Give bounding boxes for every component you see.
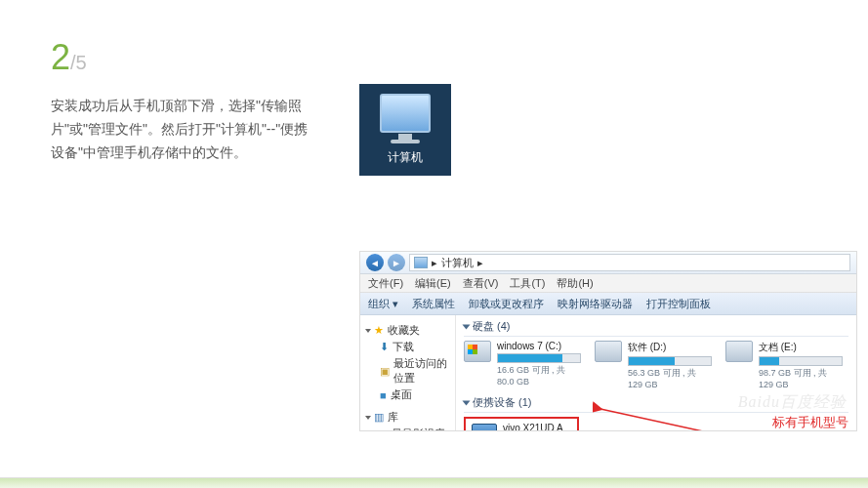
- explorer-window: ◄ ► ▸ 计算机 ▸ 文件(F) 编辑(E) 查看(V) 工具(T) 帮助(H…: [359, 251, 857, 431]
- sidebar-desktop[interactable]: ■ 桌面: [366, 387, 449, 402]
- address-path[interactable]: ▸ 计算机 ▸: [409, 254, 850, 271]
- phone-device-name: vivo X21UD A: [503, 423, 563, 431]
- explorer-content: 硬盘 (4) windows 7 (C:) 16.6 GB 可用 , 共 80.…: [456, 315, 856, 431]
- drive-d-stat: 56.3 GB 可用 , 共 129 GB: [628, 367, 712, 389]
- toolbar-map-drive[interactable]: 映射网络驱动器: [558, 297, 633, 311]
- toolbar-control-panel[interactable]: 打开控制面板: [646, 297, 711, 311]
- computer-mini-icon: [414, 257, 428, 268]
- sidebar-downloads-label: 下载: [393, 340, 414, 354]
- sidebar-libraries[interactable]: ▥ 库: [366, 410, 449, 425]
- breadcrumb-computer[interactable]: 计算机: [441, 256, 474, 270]
- sidebar-videos-ext[interactable]: ▶ 暴风影视库: [366, 427, 449, 431]
- step-current: 2: [51, 37, 70, 77]
- menu-tools[interactable]: 工具(T): [510, 276, 545, 291]
- monitor-base: [391, 140, 420, 143]
- nav-back-button[interactable]: ◄: [366, 254, 384, 271]
- sidebar-favorites[interactable]: ★ 收藏夹: [366, 323, 449, 338]
- toolbar-system-properties[interactable]: 系统属性: [412, 297, 455, 311]
- breadcrumb-arrow-2: ▸: [477, 257, 483, 269]
- step-total: /5: [70, 52, 87, 73]
- explorer-body: ★ 收藏夹 ⬇ 下载 ▣ 最近访问的位置 ■ 桌面 ▥: [360, 315, 856, 431]
- download-icon: ⬇: [380, 341, 389, 353]
- breadcrumb-arrow: ▸: [432, 257, 437, 269]
- drive-e-stat: 98.7 GB 可用 , 共 129 GB: [759, 367, 843, 389]
- video-ext-icon: ▶: [380, 427, 388, 431]
- annotation-text: 标有手机型号: [772, 414, 848, 431]
- drive-c[interactable]: windows 7 (C:) 16.6 GB 可用 , 共 80.0 GB: [464, 341, 581, 389]
- drive-c-stat: 16.6 GB 可用 , 共 80.0 GB: [497, 364, 581, 386]
- drive-e[interactable]: 文档 (E:) 98.7 GB 可用 , 共 129 GB: [725, 341, 843, 389]
- drive-d-icon: [595, 341, 622, 362]
- star-icon: ★: [374, 324, 384, 337]
- explorer-toolbar: 组织 ▾ 系统属性 卸载或更改程序 映射网络驱动器 打开控制面板: [360, 293, 856, 315]
- step-indicator: 2/5: [51, 37, 87, 78]
- explorer-address-bar: ◄ ► ▸ 计算机 ▸: [360, 252, 856, 274]
- phone-device-highlight[interactable]: vivo X21UD A 便携式设备: [464, 417, 579, 431]
- sidebar-videos-ext-label: 暴风影视库: [392, 427, 445, 431]
- explorer-sidebar: ★ 收藏夹 ⬇ 下载 ▣ 最近访问的位置 ■ 桌面 ▥: [360, 315, 456, 431]
- sidebar-recent-label: 最近访问的位置: [393, 356, 449, 386]
- drive-c-bar: [497, 353, 581, 363]
- section-hard-disk-header[interactable]: 硬盘 (4): [464, 319, 848, 337]
- chevron-down-icon: [365, 329, 371, 333]
- drives-row: windows 7 (C:) 16.6 GB 可用 , 共 80.0 GB 软件…: [464, 341, 848, 389]
- sidebar-libraries-label: 库: [388, 410, 398, 425]
- computer-desktop-icon: 计算机: [359, 84, 451, 176]
- chevron-down-icon: [365, 416, 371, 420]
- phone-icon: [472, 424, 497, 431]
- sidebar-downloads[interactable]: ⬇ 下载: [366, 340, 449, 354]
- chevron-down-icon: [463, 324, 471, 329]
- drive-c-name: windows 7 (C:): [497, 341, 581, 351]
- library-icon: ▥: [374, 411, 384, 424]
- section-devices-title: 便携设备 (1): [473, 395, 532, 410]
- section-hard-disk-title: 硬盘 (4): [473, 319, 511, 334]
- sidebar-desktop-label: 桌面: [391, 387, 412, 402]
- toolbar-organize[interactable]: 组织 ▾: [368, 297, 398, 311]
- watermark: Baidu百度经验: [738, 392, 847, 413]
- recent-icon: ▣: [380, 365, 390, 378]
- page: 2/5 安装成功后从手机顶部下滑，选择"传输照片"或"管理文件"。然后打开"计算…: [0, 0, 868, 488]
- toolbar-uninstall[interactable]: 卸载或更改程序: [469, 297, 544, 311]
- drive-d-name: 软件 (D:): [628, 341, 712, 354]
- drive-c-icon: [464, 341, 491, 362]
- sidebar-favorites-label: 收藏夹: [388, 323, 420, 338]
- menu-view[interactable]: 查看(V): [463, 276, 499, 291]
- section-hard-disk: 硬盘 (4) windows 7 (C:) 16.6 GB 可用 , 共 80.…: [464, 319, 848, 389]
- desktop-icon: ■: [380, 389, 387, 401]
- drive-d[interactable]: 软件 (D:) 56.3 GB 可用 , 共 129 GB: [595, 341, 712, 389]
- nav-forward-button[interactable]: ►: [388, 254, 405, 271]
- instruction-text: 安装成功后从手机顶部下滑，选择"传输照片"或"管理文件"。然后打开"计算机"--…: [51, 94, 314, 164]
- drive-e-name: 文档 (E:): [759, 341, 843, 354]
- drive-e-icon: [725, 341, 753, 362]
- drive-d-bar: [628, 356, 712, 366]
- menu-file[interactable]: 文件(F): [368, 276, 403, 291]
- chevron-down-icon: [463, 400, 471, 405]
- menu-help[interactable]: 帮助(H): [557, 276, 593, 291]
- computer-icon-label: 计算机: [388, 149, 423, 166]
- explorer-menu-bar: 文件(F) 编辑(E) 查看(V) 工具(T) 帮助(H): [360, 274, 856, 293]
- sidebar-recent[interactable]: ▣ 最近访问的位置: [366, 356, 449, 386]
- menu-edit[interactable]: 编辑(E): [415, 276, 451, 291]
- footer-accent-bar: [0, 478, 868, 488]
- monitor-icon: [380, 94, 431, 133]
- drive-e-bar: [759, 356, 843, 366]
